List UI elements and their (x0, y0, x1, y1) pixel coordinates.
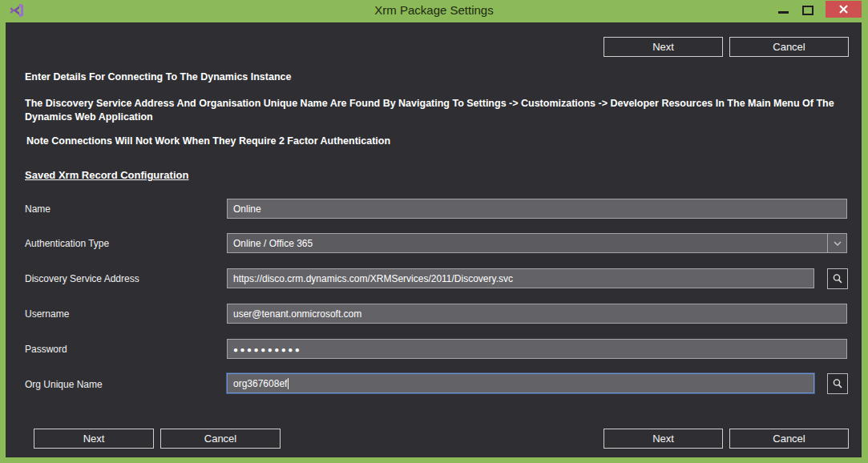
maximize-button[interactable] (797, 0, 818, 19)
password-label: Password (25, 344, 67, 355)
bottom-left-cancel-button[interactable]: Cancel (160, 429, 281, 449)
close-icon (839, 5, 848, 14)
discovery-service-address-label: Discovery Service Address (25, 273, 139, 284)
instructions-body: The Discovery Service Address And Organi… (25, 97, 847, 124)
text-caret (288, 378, 289, 389)
name-input[interactable]: Online (227, 199, 847, 219)
instructions-heading: Enter Details For Connecting To The Dyna… (25, 71, 291, 83)
username-input[interactable]: user@tenant.onmicrosoft.com (227, 304, 847, 324)
saved-xrm-record-configuration-header: Saved Xrm Record Configuration (25, 169, 188, 181)
minimize-button[interactable] (773, 0, 794, 19)
org-unique-name-input[interactable]: org367608ef (227, 373, 814, 393)
dialog-body: Next Cancel Enter Details For Connecting… (6, 22, 862, 457)
window-title: Xrm Package Settings (0, 0, 868, 22)
magnifier-icon (832, 273, 843, 284)
maximize-icon (802, 6, 813, 15)
bottom-left-next-button[interactable]: Next (34, 429, 154, 449)
authentication-type-dropdown[interactable]: Online / Office 365 (227, 233, 847, 253)
close-button[interactable] (826, 1, 862, 18)
name-label: Name (25, 203, 50, 215)
chevron-down-icon (827, 234, 846, 252)
top-next-button[interactable]: Next (604, 37, 723, 57)
top-cancel-button[interactable]: Cancel (729, 37, 849, 57)
password-input[interactable]: ●●●●●●●●●● (227, 339, 847, 359)
bottom-right-next-button[interactable]: Next (604, 429, 723, 449)
username-label: Username (25, 308, 69, 320)
minimize-icon (778, 11, 789, 14)
magnifier-icon (832, 378, 843, 389)
titlebar[interactable]: Xrm Package Settings (0, 0, 868, 22)
xrm-package-settings-window: { "window": { "title": "Xrm Package Sett… (0, 0, 868, 463)
org-unique-name-label: Org Unique Name (25, 379, 103, 390)
authentication-type-label: Authentication Type (25, 238, 109, 249)
discovery-service-address-input[interactable]: https://disco.crm.dynamics.com/XRMServic… (227, 268, 814, 288)
discovery-service-search-button[interactable] (827, 268, 848, 289)
bottom-right-cancel-button[interactable]: Cancel (729, 429, 849, 449)
instructions-note: Note Connections Will Not Work When They… (26, 135, 390, 147)
org-unique-name-search-button[interactable] (827, 373, 848, 394)
